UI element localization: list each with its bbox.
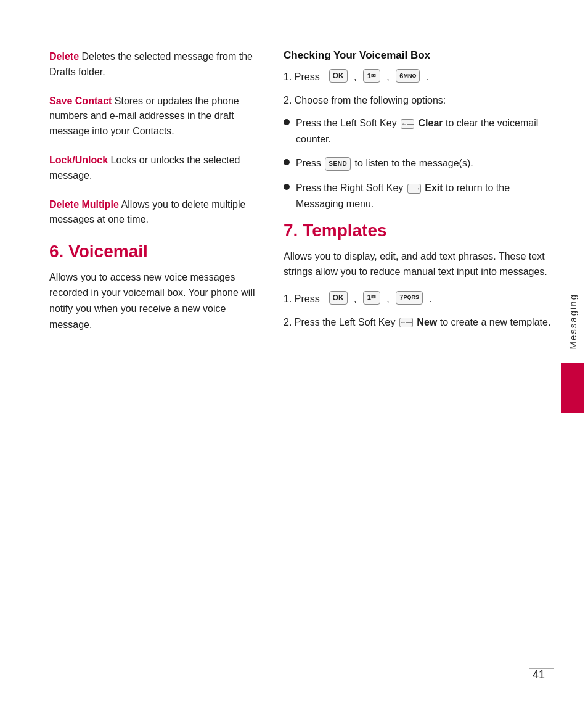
key-send: SEND <box>325 157 351 171</box>
term-delete-multiple: Delete Multiple <box>49 199 119 210</box>
page-number: 41 <box>533 668 545 681</box>
left-column: Delete Deletes the selected message from… <box>49 49 259 669</box>
step1-templates-period: . <box>427 291 432 307</box>
step1-templates-comma2: , <box>384 291 392 307</box>
key-ok: OK <box>329 69 348 83</box>
right-column: Checking Your Voicemail Box 1. Press OK … <box>284 49 551 669</box>
sidebar-label: Messaging <box>568 293 578 350</box>
key-1-templates: 1✉ <box>363 291 380 305</box>
term-delete: Delete <box>49 51 79 62</box>
bullet-send: Press SEND to listen to the message(s). <box>284 155 551 171</box>
section6-heading: 6. Voicemail <box>49 241 259 262</box>
term-save-contact: Save Contact <box>49 96 112 106</box>
step1-voicemail: 1. Press OK , 1✉ , 6MNO . <box>284 69 551 85</box>
step2-templates-text: 2. Press the Left Soft Key ←— New to cre… <box>284 314 550 330</box>
voicemail-bullets: Press the Left Soft Key ←— Clear to clea… <box>284 115 551 211</box>
bullet-exit-rest: to return to the Messaging menu. <box>296 183 510 209</box>
step1-templates: 1. Press OK , 1✉ , 7PQRS . <box>284 291 551 307</box>
term-lock-unlock: Lock/Unlock <box>49 155 108 165</box>
bold-exit: Exit <box>425 183 443 193</box>
desc-delete: Deletes the selected message from the Dr… <box>49 51 253 77</box>
sidebar-bar <box>561 363 584 413</box>
bullet-exit: Press the Right Soft Key —→ Exit to retu… <box>284 180 551 211</box>
key-1-mail: 1✉ <box>363 69 380 83</box>
bullet-dot-2 <box>284 159 290 165</box>
key-7pqrs: 7PQRS <box>396 291 423 305</box>
bullet-clear-text: Press the Left Soft Key ←— Clear to clea… <box>296 115 551 147</box>
right-soft-key-exit-icon: —→ <box>407 184 421 194</box>
step1-comma1: , <box>351 69 359 85</box>
left-soft-key-clear-icon: ←— <box>401 119 414 129</box>
page-container: Delete Deletes the selected message from… <box>0 0 588 706</box>
entry-save-contact: Save Contact Stores or updates the phone… <box>49 94 259 139</box>
step2-text: 2. Choose from the following options: <box>284 92 446 109</box>
left-soft-key-new-icon: ←— <box>399 318 413 327</box>
step2-voicemail: 2. Choose from the following options: <box>284 92 551 109</box>
sidebar: Messaging <box>557 0 588 706</box>
bullet-clear: Press the Left Soft Key ←— Clear to clea… <box>284 115 551 147</box>
section7-heading: 7. Templates <box>284 220 551 241</box>
step1-period: . <box>423 69 429 85</box>
step1-templates-comma1: , <box>351 291 359 307</box>
entry-delete: Delete Deletes the selected message from… <box>49 49 259 80</box>
step1-templates-prefix: 1. Press <box>284 291 325 307</box>
section7-body: Allows you to display, edit, and add tex… <box>284 248 551 280</box>
step1-prefix: 1. Press <box>284 69 325 85</box>
bullet-dot-3 <box>284 184 290 190</box>
bullet-send-text: Press SEND to listen to the message(s). <box>296 155 473 171</box>
bullet-clear-rest: to clear the voicemail counter. <box>296 118 538 144</box>
step2-templates-rest: to create a new template. <box>440 317 551 327</box>
step1-comma2: , <box>384 69 392 85</box>
bold-clear: Clear <box>419 118 443 128</box>
checking-voicemail-heading: Checking Your Voicemail Box <box>284 49 551 62</box>
bold-new: New <box>417 317 437 327</box>
step2-templates: 2. Press the Left Soft Key ←— New to cre… <box>284 314 551 330</box>
entry-delete-multiple: Delete Multiple Allows you to delete mul… <box>49 197 259 228</box>
section6-body: Allows you to access new voice messages … <box>49 269 259 332</box>
key-6mno: 6MNO <box>396 69 420 83</box>
entry-lock-unlock: Lock/Unlock Locks or unlocks the selecte… <box>49 153 259 184</box>
bullet-exit-text: Press the Right Soft Key —→ Exit to retu… <box>296 180 551 211</box>
key-ok-templates: OK <box>329 291 348 305</box>
bullet-dot-1 <box>284 119 290 125</box>
